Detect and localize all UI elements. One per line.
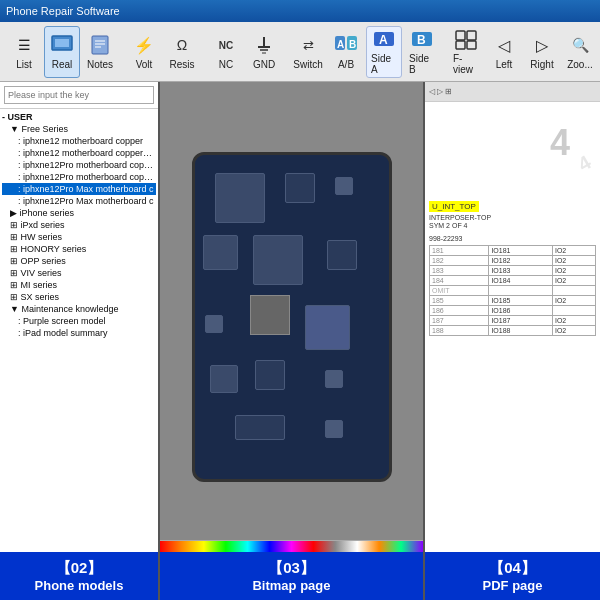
toolbar-left[interactable]: ◁ Left: [486, 26, 522, 78]
panel-bitmap: 【03】 Bitmap page: [160, 82, 425, 600]
pcb-chip: [255, 360, 285, 390]
panel-right-num: 【04】: [489, 559, 536, 578]
list-item[interactable]: : iphxne12 motherboard copperAB: [2, 147, 156, 159]
toolbar-switch[interactable]: ⇄ Switch: [290, 26, 326, 78]
toolbar-gnd[interactable]: GND: [246, 26, 282, 78]
tree-item-sx[interactable]: ⊞ SX series: [2, 291, 156, 303]
pdf-line1: INTERPOSER-TOP: [429, 214, 596, 221]
svg-rect-20: [456, 41, 465, 49]
toolbar-notes-label: Notes: [87, 59, 113, 70]
pcb-chip: [210, 365, 238, 393]
pcb-chip: [285, 173, 315, 203]
sideb-icon: B: [410, 29, 434, 51]
tree-item-ipxd[interactable]: ⊞ iPxd series: [2, 219, 156, 231]
toolbar-sideb-label: Side B: [409, 53, 435, 75]
list-item[interactable]: : iphxne12Pro motherboard coppe...: [2, 171, 156, 183]
color-strip: [160, 540, 423, 552]
svg-text:B: B: [417, 33, 426, 47]
pcb-chip: [235, 415, 285, 440]
toolbar-resis[interactable]: Ω Resis: [164, 26, 200, 78]
volt-icon: ⚡: [132, 33, 156, 57]
qr-code: [250, 295, 290, 335]
switch-icon: ⇄: [296, 33, 320, 57]
table-row: 187 IO187 IO2: [430, 316, 596, 326]
tree-item-user[interactable]: - USER: [2, 111, 156, 123]
pcb-chip: [325, 420, 343, 438]
toolbar-real-label: Real: [52, 59, 73, 70]
list-icon: ☰: [12, 33, 36, 57]
panel-left-label: 【02】 Phone models: [0, 552, 158, 600]
ab-icon: AB: [334, 33, 358, 57]
table-row: 183 IO183 IO2: [430, 266, 596, 276]
pdf-sym: SYM 2 OF 4: [429, 222, 596, 229]
bitmap-display[interactable]: [160, 82, 423, 552]
toolbar-nc[interactable]: NC NC: [208, 26, 244, 78]
toolbar-sidea[interactable]: A Side A: [366, 26, 402, 78]
toolbar-ab-label: A/B: [338, 59, 354, 70]
pcb-chip: [305, 305, 350, 350]
gnd-icon: [252, 33, 276, 57]
toolbar-sideb[interactable]: B Side B: [404, 26, 440, 78]
toolbar-sidea-label: Side A: [371, 53, 397, 75]
panel-center-text: Bitmap page: [252, 578, 330, 593]
tree-item-maintenance[interactable]: ▼ Maintenance knowledge: [2, 303, 156, 315]
title-text: Phone Repair Software: [6, 5, 120, 17]
toolbar-notes[interactable]: Notes: [82, 26, 118, 78]
svg-rect-19: [467, 31, 476, 40]
svg-text:A: A: [379, 33, 388, 47]
pcb-chip: [325, 370, 343, 388]
nc-icon: NC: [214, 33, 238, 57]
table-row: 182 IO182 IO2: [430, 256, 596, 266]
sidea-icon: A: [372, 29, 396, 51]
toolbar-ab[interactable]: AB A/B: [328, 26, 364, 78]
toolbar-real[interactable]: Real: [44, 26, 80, 78]
panel-right-label: 【04】 PDF page: [425, 552, 600, 600]
list-item[interactable]: : iphxne12Pro motherboard coppe...: [2, 159, 156, 171]
toolbar-right[interactable]: ▷ Right: [524, 26, 560, 78]
panel-pdf: ◁ ▷ ⊞ 4 4 U_INT_TOP INTERPOSER-TOP SYM 2…: [425, 82, 600, 600]
search-area: [0, 82, 158, 109]
toolbar: ☰ List Real Notes ⚡ Volt Ω Resis NC NC G…: [0, 22, 600, 82]
pdf-part-num: 998-22293: [429, 235, 596, 242]
list-item-selected[interactable]: : iphxne12Pro Max motherboard c: [2, 183, 156, 195]
tree-item-mi[interactable]: ⊞ MI series: [2, 279, 156, 291]
panel-right-text: PDF page: [483, 578, 543, 593]
list-item[interactable]: : iPad model summary: [2, 327, 156, 339]
table-row: 188 IO188 IO2: [430, 326, 596, 336]
svg-rect-2: [92, 36, 108, 54]
title-bar: Phone Repair Software: [0, 0, 600, 22]
pdf-content[interactable]: 4 4 U_INT_TOP INTERPOSER-TOP SYM 2 OF 4 …: [425, 102, 600, 552]
svg-text:B: B: [349, 39, 356, 50]
list-item[interactable]: : iphxne12Pro Max motherboard c: [2, 195, 156, 207]
svg-rect-21: [467, 41, 476, 49]
panel-center-num: 【03】: [268, 559, 315, 578]
fview-icon: [454, 29, 478, 51]
svg-rect-1: [55, 39, 69, 47]
table-row: 186 IO186: [430, 306, 596, 316]
toolbar-resis-label: Resis: [169, 59, 194, 70]
table-row: OMIT: [430, 286, 596, 296]
tree-item-honory[interactable]: ⊞ HONORY series: [2, 243, 156, 255]
tree-item-hw[interactable]: ⊞ HW series: [2, 231, 156, 243]
pdf-toolbar-controls: ◁ ▷ ⊞: [429, 87, 452, 96]
toolbar-list[interactable]: ☰ List: [6, 26, 42, 78]
tree-item-iphone[interactable]: ▶ iPhone series: [2, 207, 156, 219]
tree-item-free-series[interactable]: ▼ Free Series: [2, 123, 156, 135]
pdf-highlight-area: U_INT_TOP: [429, 161, 596, 214]
toolbar-zoom[interactable]: 🔍 Zoo...: [562, 26, 598, 78]
pcb-chip: [205, 315, 223, 333]
table-row: 184 IO184 IO2: [430, 276, 596, 286]
search-input[interactable]: [4, 86, 154, 104]
tree-item-viv[interactable]: ⊞ VIV series: [2, 267, 156, 279]
pdf-highlight-text: U_INT_TOP: [429, 201, 479, 212]
toolbar-volt[interactable]: ⚡ Volt: [126, 26, 162, 78]
list-item[interactable]: : Purple screen model: [2, 315, 156, 327]
toolbar-fview[interactable]: F-view: [448, 26, 484, 78]
pcb-board: [192, 152, 392, 482]
main-content: - USER ▼ Free Series : iphxne12 motherbo…: [0, 82, 600, 600]
pdf-table: 181 IO181 IO2 182 IO182 IO2 183 IO183 IO…: [429, 245, 596, 336]
tree-item-opp[interactable]: ⊞ OPP series: [2, 255, 156, 267]
list-item[interactable]: : iphxne12 motherboard copper: [2, 135, 156, 147]
pcb-chip: [335, 177, 353, 195]
toolbar-switch-label: Switch: [293, 59, 322, 70]
